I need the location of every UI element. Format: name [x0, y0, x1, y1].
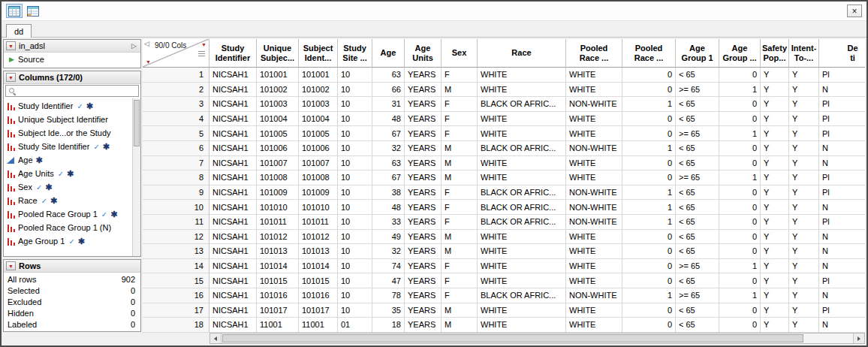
column-header[interactable]: StudyIdentifier: [209, 39, 257, 68]
row-number-cell[interactable]: 1: [143, 68, 209, 83]
row-number-cell[interactable]: 7: [143, 156, 209, 171]
table-cell[interactable]: 101009: [257, 186, 299, 201]
table-cell[interactable]: WHITE: [478, 126, 566, 141]
table-cell[interactable]: 0: [622, 170, 676, 186]
table-cell[interactable]: NICSAH1: [209, 156, 257, 171]
table-cell[interactable]: M: [442, 244, 478, 259]
table-cell[interactable]: Y: [761, 200, 789, 215]
table-cell[interactable]: YEARS: [405, 126, 442, 141]
table-cell[interactable]: 1: [719, 83, 761, 98]
table-cell[interactable]: 0: [719, 273, 761, 288]
table-cell[interactable]: 1: [622, 200, 676, 215]
column-header[interactable]: SubjectIdent...: [299, 39, 338, 68]
table-cell[interactable]: 1: [622, 141, 676, 156]
table-cell[interactable]: M: [442, 170, 478, 186]
table-cell[interactable]: Y: [761, 186, 789, 201]
table-cell[interactable]: Pl: [819, 97, 865, 112]
table-cell[interactable]: F: [442, 200, 478, 215]
row-number-cell[interactable]: 8: [143, 170, 209, 186]
table-corner[interactable]: ◁ 90/0 Cols ▼ ▼: [143, 39, 209, 68]
table-cell[interactable]: 47: [372, 273, 405, 288]
row-number-cell[interactable]: 11: [143, 215, 209, 230]
table-cell[interactable]: WHITE: [478, 318, 566, 333]
column-header[interactable]: PooledRace ...: [566, 39, 622, 68]
row-number-cell[interactable]: 2: [143, 83, 209, 98]
table-cell[interactable]: < 65: [676, 200, 719, 215]
table-cell[interactable]: WHITE: [478, 244, 566, 259]
table-cell[interactable]: NICSAH1: [209, 288, 257, 303]
table-cell[interactable]: WHITE: [566, 303, 622, 318]
table-cell[interactable]: YEARS: [405, 156, 442, 171]
table-menu-icon[interactable]: ▼: [6, 41, 16, 50]
table-cell[interactable]: WHITE: [478, 170, 566, 186]
row-number-cell[interactable]: 15: [143, 273, 209, 288]
table-cell[interactable]: 0: [719, 141, 761, 156]
table-cell[interactable]: >= 65: [676, 288, 719, 303]
table-cell[interactable]: 1: [719, 126, 761, 141]
table-cell[interactable]: NICSAH1: [209, 83, 257, 98]
table-cell[interactable]: 1: [719, 170, 761, 186]
row-number-cell[interactable]: 17: [143, 303, 209, 318]
table-cell[interactable]: 101007: [299, 156, 338, 171]
table-cell[interactable]: 101003: [299, 97, 338, 112]
row-number-cell[interactable]: 14: [143, 259, 209, 274]
table-cell[interactable]: Pl: [819, 170, 865, 186]
table-cell[interactable]: 10: [338, 68, 372, 83]
columns-list-scrollbar[interactable]: [132, 98, 140, 256]
table-cell[interactable]: Y: [789, 215, 819, 230]
table-cell[interactable]: 35: [372, 303, 405, 318]
table-cell[interactable]: < 65: [676, 141, 719, 156]
columns-menu-icon[interactable]: ▼: [201, 42, 206, 47]
table-cell[interactable]: YEARS: [405, 200, 442, 215]
table-cell[interactable]: BLACK OR AFRIC...: [478, 288, 566, 303]
table-cell[interactable]: 101016: [257, 288, 299, 303]
table-cell[interactable]: M: [442, 230, 478, 245]
table-cell[interactable]: 10: [338, 156, 372, 171]
table-cell[interactable]: Pl: [819, 215, 865, 230]
table-cell[interactable]: 0: [719, 230, 761, 245]
table-cell[interactable]: NICSAH1: [209, 126, 257, 141]
table-cell[interactable]: 101012: [299, 230, 338, 245]
table-cell[interactable]: M: [442, 83, 478, 98]
table-cell[interactable]: 101009: [299, 186, 338, 201]
table-cell[interactable]: BLACK OR AFRIC...: [478, 186, 566, 201]
table-cell[interactable]: 101015: [257, 273, 299, 288]
row-number-cell[interactable]: 9: [143, 186, 209, 201]
table-cell[interactable]: 0: [719, 156, 761, 171]
table-cell[interactable]: Y: [789, 112, 819, 127]
table-cell[interactable]: 0: [622, 244, 676, 259]
table-cell[interactable]: < 65: [676, 186, 719, 201]
columns-panel-menu-icon[interactable]: ▼: [6, 73, 16, 82]
table-cell[interactable]: Y: [761, 303, 789, 318]
table-cell[interactable]: NICSAH1: [209, 318, 257, 333]
table-cell[interactable]: Y: [761, 273, 789, 288]
column-list-item[interactable]: Age Units ✓✱: [4, 167, 132, 180]
horizontal-scrollbar[interactable]: [209, 333, 865, 344]
table-cell[interactable]: Pl: [819, 126, 865, 141]
table-cell[interactable]: WHITE: [566, 112, 622, 127]
table-cell[interactable]: WHITE: [478, 303, 566, 318]
table-cell[interactable]: Y: [761, 288, 789, 303]
table-cell[interactable]: 101017: [257, 303, 299, 318]
table-cell[interactable]: 74: [372, 259, 405, 274]
table-cell[interactable]: Y: [761, 259, 789, 274]
table-cell[interactable]: 78: [372, 288, 405, 303]
table-cell[interactable]: Y: [761, 170, 789, 186]
journal-window-icon[interactable]: [25, 4, 41, 18]
table-cell[interactable]: N: [819, 244, 865, 259]
table-cell[interactable]: YEARS: [405, 170, 442, 186]
table-cell[interactable]: N: [819, 83, 865, 98]
columns-search-box[interactable]: [5, 85, 139, 97]
column-list-item[interactable]: Pooled Race Group 1 (N): [4, 221, 132, 234]
table-cell[interactable]: YEARS: [405, 83, 442, 98]
table-cell[interactable]: M: [442, 303, 478, 318]
table-cell[interactable]: YEARS: [405, 318, 442, 333]
table-cell[interactable]: YEARS: [405, 244, 442, 259]
table-cell[interactable]: 101008: [299, 170, 338, 186]
table-cell[interactable]: YEARS: [405, 259, 442, 274]
table-cell[interactable]: F: [442, 288, 478, 303]
table-cell[interactable]: YEARS: [405, 186, 442, 201]
table-cell[interactable]: 0: [622, 318, 676, 333]
table-cell[interactable]: 1: [719, 259, 761, 274]
table-cell[interactable]: < 65: [676, 244, 719, 259]
